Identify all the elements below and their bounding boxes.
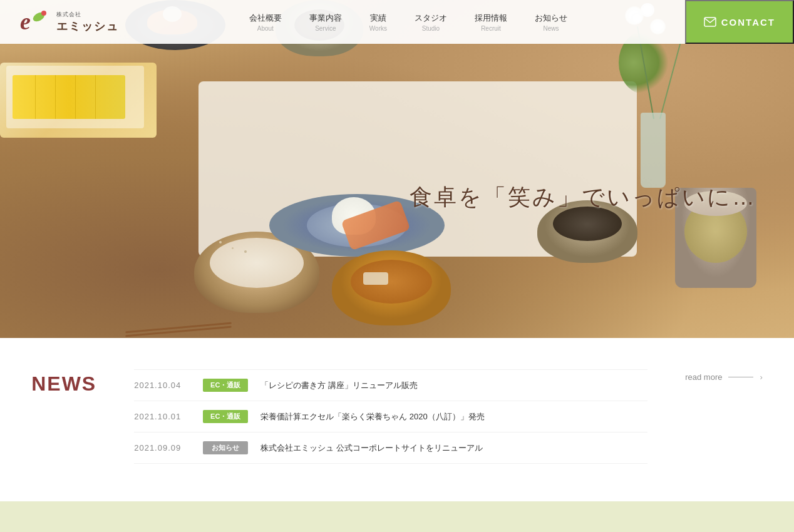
read-more-label: read more [685, 372, 722, 382]
news-section: NEWS 2021.10.04 EC・通販 「レシピの書き方 講座」リニューアル… [0, 338, 794, 501]
read-more-area[interactable]: read more › [685, 369, 763, 382]
hero-background: 食卓を「笑み」でいっぱいに… [0, 0, 794, 338]
news-tag: EC・通販 [203, 379, 248, 392]
site-header: e 株式会社 エミッシュ 会社概要 About 事業内容 Service 実績 … [0, 0, 794, 44]
main-nav: 会社概要 About 事業内容 Service 実績 Works スタジオ St… [131, 13, 685, 32]
news-date: 2021.09.09 [134, 443, 190, 453]
bottom-section [0, 501, 794, 532]
brand-name: エミッシュ [56, 19, 119, 34]
logo-icon: e [19, 6, 51, 38]
svg-text:e: e [20, 8, 31, 34]
news-item: 2021.10.01 EC・通販 栄養価計算エクセル「楽らく栄養ちゃん 2020… [134, 401, 647, 432]
hero-tagline: 食卓を「笑み」でいっぱいに… [410, 182, 756, 213]
news-tag: お知らせ [203, 441, 248, 454]
nav-service[interactable]: 事業内容 Service [296, 13, 356, 32]
arrow-icon: › [760, 372, 762, 382]
svg-point-2 [41, 11, 46, 16]
read-more-line [728, 377, 753, 377]
nav-news[interactable]: お知らせ News [521, 13, 581, 32]
nav-about[interactable]: 会社概要 About [235, 13, 296, 32]
nav-studio[interactable]: スタジオ Studio [401, 13, 461, 32]
news-list: 2021.10.04 EC・通販 「レシピの書き方 講座」リニューアル販売 20… [134, 369, 647, 464]
news-title: 「レシピの書き方 講座」リニューアル販売 [260, 380, 647, 391]
logo-text: 株式会社 エミッシュ [56, 11, 119, 34]
news-label: NEWS [31, 369, 96, 396]
plate-tamagoyaki [0, 63, 157, 138]
news-tag: EC・通販 [203, 410, 248, 423]
news-date: 2021.10.04 [134, 381, 190, 390]
news-item: 2021.10.04 EC・通販 「レシピの書き方 講座」リニューアル販売 [134, 369, 647, 401]
hero-section: 食卓を「笑み」でいっぱいに… [0, 0, 794, 338]
news-title: 栄養価計算エクセル「楽らく栄養ちゃん 2020（八訂）」発売 [260, 411, 647, 422]
contact-button[interactable]: CONTACT [685, 0, 794, 44]
news-item: 2021.09.09 お知らせ 株式会社エミッシュ 公式コーポレートサイトをリニ… [134, 432, 647, 464]
news-title: 株式会社エミッシュ 公式コーポレートサイトをリニューアル [260, 442, 647, 454]
logo-area[interactable]: e 株式会社 エミッシュ [0, 6, 131, 38]
mail-icon [704, 17, 716, 27]
nav-works[interactable]: 実績 Works [356, 13, 401, 32]
chopsticks [125, 327, 238, 332]
bowl-miso-soup [332, 250, 451, 325]
news-date: 2021.10.01 [134, 412, 190, 421]
contact-label: CONTACT [721, 17, 775, 28]
nav-recruit[interactable]: 採用情報 Recruit [461, 13, 521, 32]
company-label: 株式会社 [56, 11, 119, 19]
svg-rect-3 [704, 18, 716, 26]
